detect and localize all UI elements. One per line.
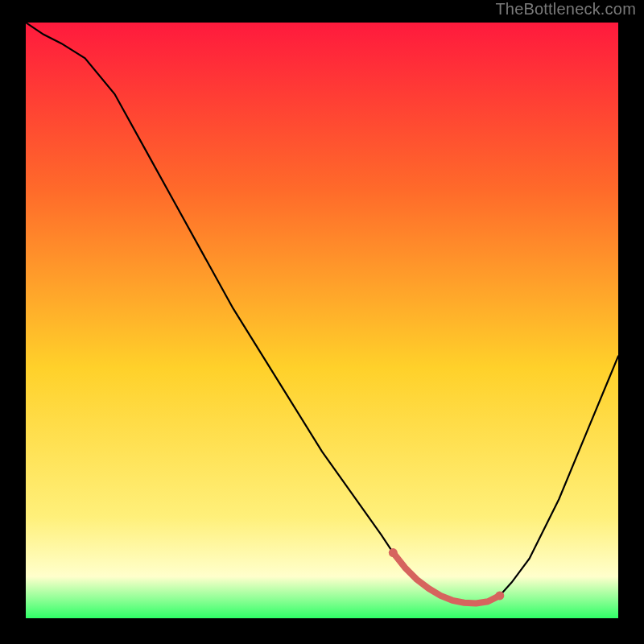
watermark-label: TheBottleneck.com xyxy=(495,0,636,19)
marker-dot xyxy=(389,548,398,557)
heatmap-plot xyxy=(26,23,618,618)
chart-svg xyxy=(26,23,618,618)
gradient-background xyxy=(26,23,618,618)
marker-dot xyxy=(495,591,504,600)
chart-frame: TheBottleneck.com xyxy=(0,0,644,644)
